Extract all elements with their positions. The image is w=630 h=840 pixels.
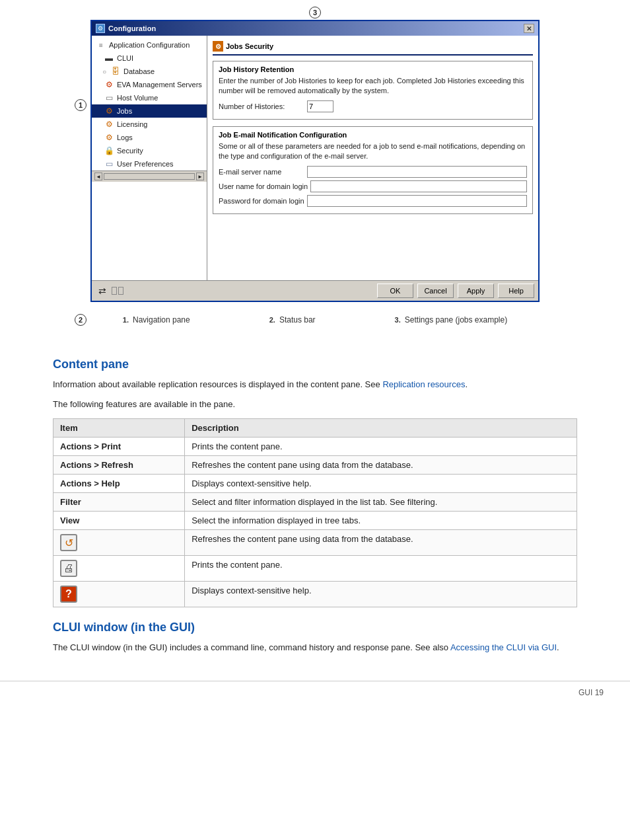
refresh-icon: ↺ [60, 534, 77, 551]
clui-link[interactable]: Accessing the CLUI via GUI [450, 642, 557, 652]
print-icon: 🖨 [60, 560, 77, 577]
nav-item-label: Jobs [117, 107, 132, 115]
para1-end: . [465, 379, 468, 389]
database-icon: 🗄 [110, 66, 121, 77]
settings-pane: ⚙ Jobs Security Job History Retention En… [207, 36, 538, 280]
table-row: Actions > Print Prints the content pane. [53, 438, 577, 456]
nav-item-security[interactable]: 🔒 Security [92, 144, 207, 157]
nav-item-label: CLUI [117, 54, 133, 62]
annotation-marker-3: 3 [309, 7, 321, 19]
help-icon: ? [60, 586, 77, 603]
job-history-retention-section: Job History Retention Enter the number o… [213, 61, 533, 120]
job-email-notification-section: Job E-mail Notification Configuration So… [213, 126, 533, 214]
expand-arrow: ○ [102, 68, 106, 75]
footer-icon-left: ⇄ [96, 284, 109, 297]
email-server-input[interactable] [307, 166, 527, 178]
nav-item-eva[interactable]: ⚙ EVA Management Servers [92, 78, 207, 91]
desc-view: Select the information displayed in tree… [185, 512, 577, 530]
nav-item-clui[interactable]: ▬ CLUI [92, 52, 207, 65]
dialog-title-icon: ⚙ [96, 24, 105, 33]
settings-pane-title: ⚙ Jobs Security [213, 41, 533, 56]
navigation-pane: ≡ Application Configuration ▬ CLUI ○ 🗄 D… [92, 36, 207, 280]
dialog-titlebar: ⚙ Configuration ✕ [92, 21, 538, 36]
ann-label-1: Navigation pane [133, 315, 190, 325]
section-desc-history: Enter the number of Job Histories to kee… [219, 76, 527, 96]
email-server-row: E-mail server name [219, 166, 527, 178]
logs-icon: ⚙ [104, 132, 114, 143]
annotation-marker-2: 2 [75, 314, 87, 326]
nav-scrollbar: ◄ ► [92, 171, 207, 182]
nav-item-label: Logs [117, 134, 133, 141]
username-row: User name for domain login [219, 180, 527, 192]
titlebar-left: ⚙ Configuration [96, 24, 156, 33]
clui-icon: ▬ [104, 53, 114, 63]
jobs-icon: ⚙ [104, 106, 114, 116]
annotation-1: 1. Navigation pane [123, 315, 190, 325]
scroll-left-arrow[interactable]: ◄ [94, 172, 102, 180]
clui-section-heading: CLUI window (in the GUI) [53, 621, 577, 634]
ann-label-2: Status bar [279, 315, 316, 325]
annotations-row: 1. Navigation pane 2. Status bar 3. Sett… [0, 309, 630, 338]
table-row: Actions > Refresh Refreshes the content … [53, 456, 577, 475]
item-filter: Filter [53, 493, 185, 512]
dialog-footer: ⇄ OK Cancel Apply Help [92, 280, 538, 301]
histories-input[interactable] [307, 100, 333, 112]
table-row: ? Displays context-sensitive help. [53, 582, 577, 607]
table-row: ↺ Refreshes the content pane using data … [53, 530, 577, 556]
ann-num-2: 2. [269, 316, 275, 324]
nav-item-database[interactable]: ○ 🗄 Database [92, 65, 207, 78]
item-icon-print: 🖨 [53, 556, 185, 582]
para1-text: Information about available replication … [53, 379, 382, 389]
progress-seg-2 [118, 287, 123, 295]
help-button[interactable]: Help [498, 284, 534, 298]
desc-icon-print: Prints the content pane. [185, 556, 577, 582]
nav-item-app-config[interactable]: ≡ Application Configuration [92, 38, 207, 52]
password-input[interactable] [307, 195, 527, 207]
ok-button[interactable]: OK [377, 284, 413, 298]
item-actions-print: Actions > Print [53, 438, 185, 456]
desc-icon-refresh: Refreshes the content pane using data fr… [185, 530, 577, 556]
apply-button[interactable]: Apply [458, 284, 494, 298]
dialog-wrapper: 1 2 3 ⚙ Configuration ✕ ≡ [90, 20, 540, 302]
ann-label-3: Settings pane (jobs example) [405, 315, 507, 325]
number-of-histories-row: Number of Histories: [219, 100, 527, 112]
desc-filter: Select and filter information displayed … [185, 493, 577, 512]
nav-item-logs[interactable]: ⚙ Logs [92, 131, 207, 144]
progress-area [112, 287, 123, 295]
nav-item-user-prefs[interactable]: ▭ User Preferences [92, 157, 207, 171]
password-label: Password for domain login [219, 197, 304, 205]
scrollbar-track [104, 173, 195, 180]
nav-item-jobs[interactable]: ⚙ Jobs [92, 104, 207, 118]
scroll-right-arrow[interactable]: ► [196, 172, 204, 180]
clui-para1-text: The CLUI window (in the GUI) includes a … [53, 642, 450, 652]
dialog-close-button[interactable]: ✕ [524, 24, 534, 33]
page-number: GUI 19 [578, 688, 604, 697]
settings-pane-icon: ⚙ [213, 41, 223, 52]
ann-num-3: 3. [395, 316, 401, 324]
section-title-history: Job History Retention [219, 65, 527, 73]
col-header-item: Item [53, 419, 185, 438]
annotation-3: 3. Settings pane (jobs example) [395, 315, 508, 325]
nav-item-label: Licensing [117, 120, 147, 128]
page-footer: GUI 19 [0, 681, 630, 704]
content-pane-heading: Content pane [53, 358, 577, 371]
table-row: Filter Select and filter information dis… [53, 493, 577, 512]
desc-actions-help: Displays context-sensitive help. [185, 475, 577, 493]
ann-num-1: 1. [123, 316, 129, 324]
email-server-label: E-mail server name [219, 168, 304, 176]
nav-item-licensing[interactable]: ⚙ Licensing [92, 118, 207, 131]
content-pane-para1: Information about available replication … [53, 378, 577, 391]
item-actions-help: Actions > Help [53, 475, 185, 493]
nav-item-host-volume[interactable]: ▭ Host Volume [92, 91, 207, 104]
nav-item-label: Application Configuration [109, 41, 190, 49]
replication-resources-link[interactable]: Replication resources [382, 379, 465, 389]
footer-left: ⇄ [96, 284, 373, 297]
licensing-icon: ⚙ [104, 119, 114, 130]
clui-para1: The CLUI window (in the GUI) includes a … [53, 641, 577, 654]
clui-para1-end: . [557, 642, 559, 652]
cancel-button[interactable]: Cancel [417, 284, 454, 298]
username-input[interactable] [310, 180, 527, 192]
dialog-title-text: Configuration [108, 24, 156, 32]
content-pane-para2: The following features are available in … [53, 398, 577, 411]
features-table: Item Description Actions > Print Prints … [53, 418, 577, 607]
